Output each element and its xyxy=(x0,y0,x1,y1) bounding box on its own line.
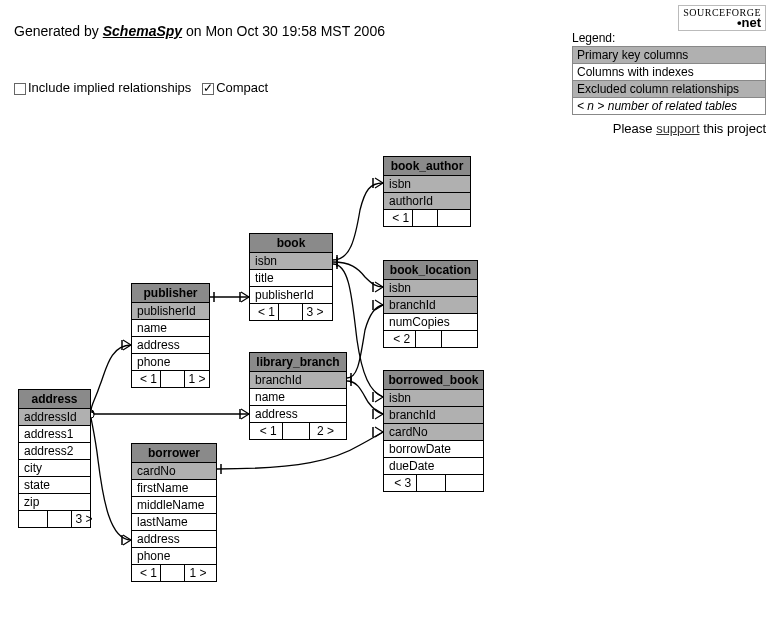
entity-title[interactable]: borrower xyxy=(132,444,216,463)
entity-footer: < 11 > xyxy=(132,565,216,581)
column-state[interactable]: state xyxy=(19,477,90,494)
footer-cell xyxy=(24,511,48,527)
entity-title[interactable]: borrowed_book xyxy=(384,371,483,390)
implied-checkbox[interactable] xyxy=(14,83,26,95)
column-firstName[interactable]: firstName xyxy=(132,480,216,497)
support-line: Please support this project xyxy=(572,121,766,136)
entity-footer: < 12 > xyxy=(250,423,346,439)
legend-title: Legend: xyxy=(572,31,766,45)
entity-book_location[interactable]: book_locationisbnbranchIdnumCopies< 2 xyxy=(383,260,478,348)
column-branchId[interactable]: branchId xyxy=(250,372,346,389)
sourceforge-bottom: •net xyxy=(683,18,761,28)
footer-cell: < 1 xyxy=(255,304,279,320)
legend-row-idx: Columns with indexes xyxy=(572,63,765,81)
entity-borrowed_book[interactable]: borrowed_bookisbnbranchIdcardNoborrowDat… xyxy=(383,370,484,492)
entity-footer: < 3 xyxy=(384,475,483,491)
column-address2[interactable]: address2 xyxy=(19,443,90,460)
footer-cell xyxy=(416,331,443,347)
entity-title[interactable]: book xyxy=(250,234,332,253)
generated-line: Generated by SchemaSpy on Mon Oct 30 19:… xyxy=(14,23,385,39)
footer-cell: < 1 xyxy=(255,423,283,439)
generated-suffix: on Mon Oct 30 19:58 MST 2006 xyxy=(182,23,385,39)
footer-cell: 1 > xyxy=(185,371,209,387)
entity-footer: < 13 > xyxy=(250,304,332,320)
footer-cell: < 1 xyxy=(389,210,413,226)
column-address1[interactable]: address1 xyxy=(19,426,90,443)
footer-cell xyxy=(161,371,185,387)
footer-cell xyxy=(442,331,472,347)
entity-borrower[interactable]: borrowercardNofirstNamemiddleNamelastNam… xyxy=(131,443,217,582)
footer-cell xyxy=(417,475,445,491)
footer-cell xyxy=(279,304,303,320)
legend: Legend: Primary key columns Columns with… xyxy=(572,31,766,136)
entity-footer: < 11 > xyxy=(132,371,209,387)
compact-checkbox[interactable] xyxy=(202,83,214,95)
column-isbn[interactable]: isbn xyxy=(250,253,332,270)
tool-link[interactable]: SchemaSpy xyxy=(103,23,182,39)
column-address[interactable]: address xyxy=(132,337,209,354)
column-cardNo[interactable]: cardNo xyxy=(132,463,216,480)
support-link[interactable]: support xyxy=(656,121,699,136)
controls-row: Include implied relationships Compact xyxy=(14,80,268,95)
footer-cell: < 1 xyxy=(137,565,161,581)
entity-title[interactable]: library_branch xyxy=(250,353,346,372)
entity-title[interactable]: address xyxy=(19,390,90,409)
footer-cell: 1 > xyxy=(185,565,211,581)
column-isbn[interactable]: isbn xyxy=(384,280,477,297)
column-address[interactable]: address xyxy=(132,531,216,548)
column-middleName[interactable]: middleName xyxy=(132,497,216,514)
column-dueDate[interactable]: dueDate xyxy=(384,458,483,475)
compact-label[interactable]: Compact xyxy=(216,80,268,95)
footer-cell: 2 > xyxy=(310,423,341,439)
column-publisherId[interactable]: publisherId xyxy=(132,303,209,320)
sourceforge-badge[interactable]: SOURCEFORGE •net xyxy=(678,5,766,31)
column-name[interactable]: name xyxy=(250,389,346,406)
column-borrowDate[interactable]: borrowDate xyxy=(384,441,483,458)
legend-row-ex: Excluded column relationships xyxy=(572,80,765,98)
footer-cell xyxy=(438,210,465,226)
column-authorId[interactable]: authorId xyxy=(384,193,470,210)
column-isbn[interactable]: isbn xyxy=(384,390,483,407)
footer-cell: < 1 xyxy=(137,371,161,387)
column-branchId[interactable]: branchId xyxy=(384,407,483,424)
entity-footer: < 2 xyxy=(384,331,477,347)
entity-footer: 3 > xyxy=(19,511,90,527)
footer-cell xyxy=(413,210,437,226)
legend-row-rel: < n > number of related tables xyxy=(572,97,765,115)
footer-cell xyxy=(161,565,185,581)
footer-cell: < 3 xyxy=(389,475,417,491)
column-cardNo[interactable]: cardNo xyxy=(384,424,483,441)
entity-title[interactable]: book_location xyxy=(384,261,477,280)
entity-title[interactable]: book_author xyxy=(384,157,470,176)
footer-cell: < 2 xyxy=(389,331,416,347)
entity-publisher[interactable]: publisherpublisherIdnameaddressphone< 11… xyxy=(131,283,210,388)
footer-cell xyxy=(283,423,311,439)
column-phone[interactable]: phone xyxy=(132,548,216,565)
entity-book_author[interactable]: book_authorisbnauthorId< 1 xyxy=(383,156,471,227)
footer-cell: 3 > xyxy=(72,511,96,527)
footer-cell xyxy=(446,475,478,491)
column-name[interactable]: name xyxy=(132,320,209,337)
legend-row-pk: Primary key columns xyxy=(572,46,765,64)
footer-cell xyxy=(48,511,72,527)
column-isbn[interactable]: isbn xyxy=(384,176,470,193)
column-branchId[interactable]: branchId xyxy=(384,297,477,314)
column-phone[interactable]: phone xyxy=(132,354,209,371)
column-addressId[interactable]: addressId xyxy=(19,409,90,426)
entity-footer: < 1 xyxy=(384,210,470,226)
generated-prefix: Generated by xyxy=(14,23,103,39)
entity-library_branch[interactable]: library_branchbranchIdnameaddress< 12 > xyxy=(249,352,347,440)
entity-title[interactable]: publisher xyxy=(132,284,209,303)
column-address[interactable]: address xyxy=(250,406,346,423)
column-title[interactable]: title xyxy=(250,270,332,287)
column-zip[interactable]: zip xyxy=(19,494,90,511)
column-lastName[interactable]: lastName xyxy=(132,514,216,531)
footer-cell: 3 > xyxy=(303,304,327,320)
column-city[interactable]: city xyxy=(19,460,90,477)
implied-label[interactable]: Include implied relationships xyxy=(28,80,191,95)
column-numCopies[interactable]: numCopies xyxy=(384,314,477,331)
column-publisherId[interactable]: publisherId xyxy=(250,287,332,304)
entity-book[interactable]: bookisbntitlepublisherId< 13 > xyxy=(249,233,333,321)
entity-address[interactable]: addressaddressIdaddress1address2citystat… xyxy=(18,389,91,528)
